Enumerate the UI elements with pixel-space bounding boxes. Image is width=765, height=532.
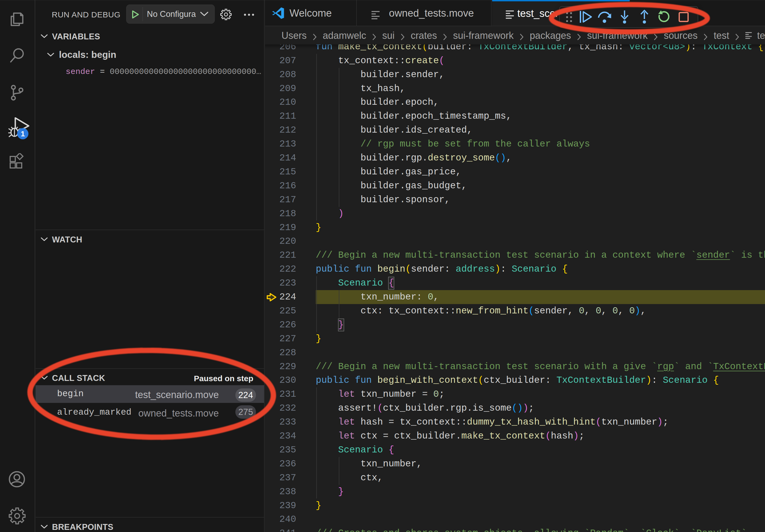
svg-text:1: 1 bbox=[21, 130, 25, 138]
